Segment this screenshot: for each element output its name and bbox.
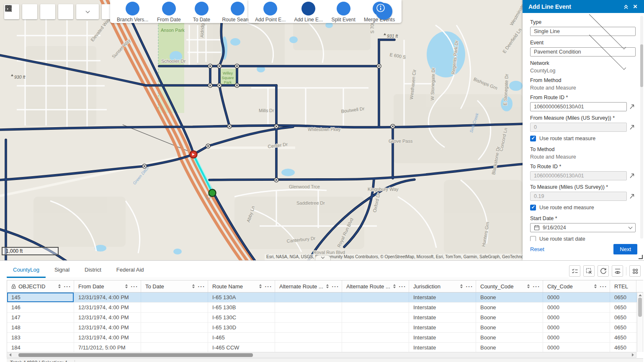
column-menu-icon[interactable]: ··· [265,283,273,290]
use-route-start-date-checkbox[interactable] [530,236,536,241]
table-cell[interactable]: Interstate [409,313,476,322]
type-select[interactable]: Single Line [530,27,636,36]
table-cell[interactable]: Interstate [409,323,476,332]
sort-icon[interactable] [259,284,262,288]
table-cell[interactable] [141,293,208,302]
split-event-button[interactable]: Split Event [331,2,355,23]
column-menu-icon[interactable]: ··· [332,283,340,290]
table-cell[interactable]: 183 [7,333,74,342]
show-selection-button[interactable] [569,265,580,277]
table-cell[interactable] [141,313,208,322]
sort-icon[interactable] [125,284,128,288]
table-cell[interactable]: 4650 [610,343,636,352]
table-cell[interactable]: 0000 [543,303,610,312]
map-canvas[interactable]: Elevated Way Sunset Way Aldridge Schoole… [0,0,523,260]
use-route-start-measure-row[interactable]: Use route start measure [530,136,636,141]
table-cell[interactable]: Boone [476,333,543,342]
table-cell[interactable] [141,333,208,342]
column-menu-icon[interactable]: ··· [466,283,474,290]
toggle-columns-button[interactable] [612,265,623,277]
table-cell[interactable]: 0650 [610,313,636,322]
table-cell[interactable]: 184 [7,343,74,352]
refresh-button[interactable] [598,265,609,277]
table-row[interactable]: 14612/31/1974, 4:00 PMI-65 130BInterstat… [7,303,643,313]
table-cell[interactable]: I-65 130B [208,303,275,312]
table-cell[interactable]: Interstate [409,303,476,312]
column-menu-icon[interactable]: ··· [131,283,139,290]
pick-route-on-map-icon[interactable] [629,172,636,180]
sort-icon[interactable] [326,284,329,288]
table-cell[interactable] [342,323,409,332]
pick-measure-on-map-icon[interactable] [629,193,636,200]
chevron-down-icon[interactable] [85,9,90,13]
table-cell[interactable]: 0000 [543,343,610,352]
column-header-objectid[interactable]: OBJECTID··· [7,280,74,292]
column-menu-icon[interactable]: ··· [64,283,72,290]
column-header-jurisdiction[interactable]: Jurisdiction··· [409,280,476,292]
use-route-start-date-row[interactable]: Use route start date [530,236,636,241]
table-row[interactable]: 14512/31/1974, 4:00 PMI-65 130AInterstat… [7,293,643,303]
table-cell[interactable]: 148 [7,323,74,332]
column-menu-icon[interactable]: ··· [600,283,608,290]
panel-scrollbar[interactable] [640,16,643,239]
table-cell[interactable]: 147 [7,313,74,322]
basemap-blocks-button[interactable] [40,4,55,19]
table-cell[interactable]: 12/31/1974, 4:00 PM [74,303,141,312]
sort-icon[interactable] [192,284,195,288]
tab-countylog[interactable]: CountyLog [7,263,46,278]
table-cell[interactable] [275,303,342,312]
sort-icon[interactable] [460,284,463,288]
reset-link[interactable]: Reset [530,246,613,252]
table-cell[interactable] [342,313,409,322]
table-cell[interactable]: Boone [476,293,543,302]
table-options-button[interactable] [629,265,641,277]
tab-signal[interactable]: Signal [48,263,76,278]
column-header-county-code[interactable]: County_Code··· [476,280,543,292]
select-tool-button[interactable] [76,4,99,19]
branch-version-button[interactable]: Branch Vers... [117,2,148,23]
table-cell[interactable]: Interstate [409,343,476,352]
table-cell[interactable]: 7/11/2012, 5:00 PM [74,343,141,352]
table-cell[interactable]: 12/31/1974, 4:00 PM [74,293,141,302]
table-cell[interactable] [275,313,342,322]
use-route-end-measure-checkbox[interactable] [530,205,536,211]
from-date-button[interactable]: From Date [157,2,181,23]
table-cell[interactable] [342,293,409,302]
table-cell[interactable]: 12/31/1974, 4:00 PM [74,323,141,332]
clear-table-selection-button[interactable] [583,265,595,277]
info-button[interactable] [376,3,392,20]
panel-resize-handle[interactable] [639,255,643,259]
table-row[interactable]: 18312/31/1974, 4:00 PMI-465InterstateBoo… [7,333,643,343]
use-route-start-measure-checkbox[interactable] [530,136,536,141]
column-menu-icon[interactable]: ··· [399,283,407,290]
table-cell[interactable]: I-465 CCW [208,343,275,352]
table-cell[interactable]: 0650 [610,323,636,332]
table-cell[interactable] [141,303,208,312]
to-date-button[interactable]: To Date [189,2,214,23]
column-header-rtel[interactable]: RTEL [610,280,636,292]
column-menu-icon[interactable]: ··· [198,283,206,290]
tab-district[interactable]: District [78,263,108,278]
table-cell[interactable]: 4650 [610,333,636,342]
measure-button[interactable] [58,4,73,19]
column-menu-icon[interactable]: ··· [533,283,541,290]
add-line-event-button[interactable]: Add Line E... [294,2,323,23]
next-button[interactable]: Next [613,244,637,254]
table-cell[interactable]: Boone [476,343,543,352]
use-route-end-measure-row[interactable]: Use route end measure [530,205,636,211]
table-cell[interactable] [275,323,342,332]
table-cell[interactable] [275,343,342,352]
table-cell[interactable]: Interstate [409,293,476,302]
pick-route-on-map-icon[interactable] [629,103,636,110]
table-cell[interactable]: 0000 [543,313,610,322]
add-point-event-button[interactable]: Add Point E... [255,2,286,23]
start-date-picker[interactable]: 9/16/2024 [530,223,636,232]
table-row[interactable]: 14812/31/1974, 4:00 PMI-65 130DInterstat… [7,323,643,333]
column-header-route-name[interactable]: Route Name··· [208,280,275,292]
tab-federal-aid[interactable]: Federal Aid [110,263,150,278]
table-cell[interactable]: 12/31/1974, 4:00 PM [74,333,141,342]
column-header-alternate-route[interactable]: Alternate Route ...··· [275,280,342,292]
table-cell[interactable]: 0650 [610,303,636,312]
table-cell[interactable]: I-65 130C [208,313,275,322]
sort-icon[interactable] [594,284,597,288]
